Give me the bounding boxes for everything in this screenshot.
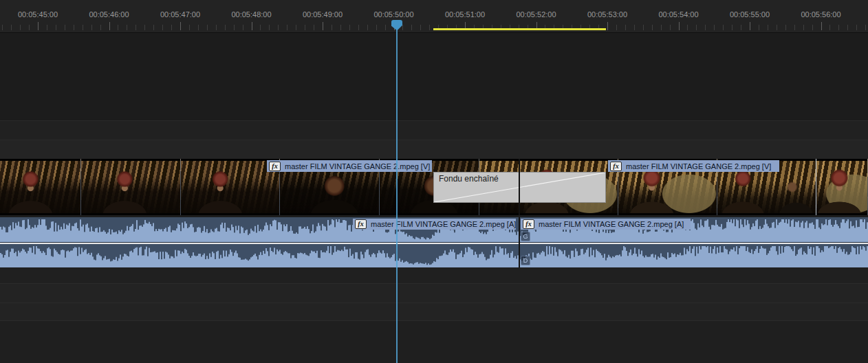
ruler-tick-minor [29, 25, 30, 30]
video-clip-segment[interactable] [816, 159, 868, 215]
ruler-tick-minor [759, 25, 759, 30]
track-v2b-empty [0, 140, 868, 159]
transition-selection-bar [433, 28, 606, 30]
track-a3-empty [0, 283, 868, 302]
waveform-right-channel [0, 244, 868, 267]
audio-clip-label-1[interactable]: fx master FILM VINTAGE GANGE 2.mpeg [A] [353, 219, 516, 230]
ruler-timecode: 00:05:53:00 [587, 10, 627, 19]
ruler-tick-minor [732, 25, 733, 30]
ruler-tick-minor [402, 25, 403, 30]
ruler-tick-minor [847, 25, 848, 30]
ruler-timecode: 00:05:54:00 [658, 10, 698, 19]
ruler-tick-minor [865, 25, 866, 30]
ruler-tick-minor [153, 25, 154, 30]
ruler-tick-minor [741, 25, 741, 30]
ruler-tick-minor [216, 25, 217, 30]
ruler-tick-minor [305, 25, 305, 30]
ruler-tick-minor [234, 25, 235, 30]
ruler-tick-minor [777, 25, 777, 30]
ruler-tick-minor [278, 25, 279, 30]
ruler-tick-major [252, 22, 252, 30]
clip-name-text: master FILM VINTAGE GANGE 2.mpeg [A] [371, 220, 516, 228]
ruler-tick-minor [349, 25, 350, 30]
fx-badge-icon: fx [610, 162, 622, 171]
ruler-timecode: 00:05:47:00 [160, 10, 200, 19]
ruler-tick-minor [785, 25, 786, 30]
ruler-timecode: 00:05:50:00 [373, 10, 413, 19]
ruler-tick-minor [65, 25, 65, 30]
ruler-tick-minor [83, 25, 83, 30]
fx-badge-icon: fx [355, 219, 367, 229]
ruler-tick-minor [616, 25, 617, 30]
audio-clip-label-2[interactable]: fx master FILM VINTAGE GANGE 2.mpeg [A] [521, 219, 691, 230]
ruler-tick-minor [634, 25, 635, 30]
ruler-timecode: 00:05:46:00 [89, 10, 129, 19]
video-clip-label-2[interactable]: fx master FILM VINTAGE GANGE 2.mpeg [V] [608, 160, 779, 172]
channel-badge-gauche: G [521, 232, 530, 241]
ruler-tick-minor [11, 25, 12, 30]
ruler-tick-minor [118, 25, 118, 30]
video-edit-cut [519, 159, 520, 215]
ruler-tick-major [180, 22, 181, 30]
ruler-tick-minor [429, 25, 430, 30]
ruler-tick-minor [269, 25, 270, 30]
ruler-tick-minor [367, 25, 368, 30]
channel-badge-droite: D [521, 256, 530, 265]
ruler-timecode: 00:05:51:00 [445, 10, 485, 19]
ruler-tick-minor [652, 25, 653, 30]
ruler-tick-minor [198, 25, 199, 30]
ruler-tick-minor [376, 25, 377, 30]
ruler-tick-minor [144, 25, 145, 30]
ruler-tick-minor [670, 25, 671, 30]
ruler-tick-major [323, 22, 323, 30]
ruler-tick-minor [100, 25, 101, 30]
ruler-tick-minor [20, 25, 21, 30]
ruler-tick-minor [411, 25, 412, 30]
ruler-tick-minor [643, 25, 644, 30]
time-ruler[interactable]: 00:05:45:0000:05:46:0000:05:47:0000:05:4… [0, 0, 868, 33]
video-clip-segment[interactable] [0, 159, 81, 215]
ruler-tick-minor [420, 25, 421, 30]
ruler-tick-minor [332, 25, 332, 30]
track-v2-empty [0, 120, 868, 140]
track-a4-empty [0, 302, 868, 320]
ruler-tick-minor [794, 25, 795, 30]
ruler-tick-minor [74, 25, 74, 30]
ruler-tick-minor [260, 25, 261, 30]
ruler-tick-major [821, 22, 822, 30]
ruler-tick-minor [768, 25, 768, 30]
ruler-tick-minor [314, 25, 314, 30]
ruler-tick-major [38, 22, 39, 30]
ruler-tick-minor [625, 25, 626, 30]
ruler-tick-minor [856, 25, 857, 30]
ruler-tick-major [607, 22, 608, 30]
audio-edit-cut [519, 217, 520, 267]
ruler-timecode: 00:05:45:00 [18, 10, 58, 19]
track-v3-empty [0, 33, 868, 120]
ruler-tick-minor [162, 25, 163, 30]
ruler-timecode: 00:05:49:00 [303, 10, 343, 19]
ruler-timecode: 00:05:52:00 [516, 10, 556, 19]
ruler-tick-minor [705, 25, 706, 30]
ruler-tick-major [679, 22, 680, 30]
ruler-tick-minor [803, 25, 804, 30]
ruler-tick-minor [127, 25, 127, 30]
video-clip-segment[interactable] [81, 159, 181, 215]
ruler-tick-major [109, 22, 110, 30]
transition-label: Fondu enchaîné [439, 174, 499, 184]
ruler-tick-minor [47, 25, 47, 30]
ruler-tick-minor [56, 25, 56, 30]
ruler-tick-minor [838, 25, 839, 30]
ruler-tick-minor [243, 25, 243, 30]
ruler-tick-minor [385, 25, 386, 30]
ruler-tick-minor [287, 25, 287, 30]
video-clip-segment[interactable] [181, 159, 280, 215]
ruler-tick-minor [91, 25, 92, 30]
ruler-tick-minor [358, 25, 359, 30]
video-clip-label-1[interactable]: fx master FILM VINTAGE GANGE 2.mpeg [V] [267, 160, 432, 172]
ruler-tick-minor [135, 25, 136, 30]
clip-name-text: master FILM VINTAGE GANGE 2.mpeg [V] [285, 162, 430, 170]
ruler-tick-minor [687, 25, 688, 30]
audio-track-a1[interactable]: fx master FILM VINTAGE GANGE 2.mpeg [A] … [0, 217, 868, 268]
timeline-bottom-area [0, 320, 868, 363]
